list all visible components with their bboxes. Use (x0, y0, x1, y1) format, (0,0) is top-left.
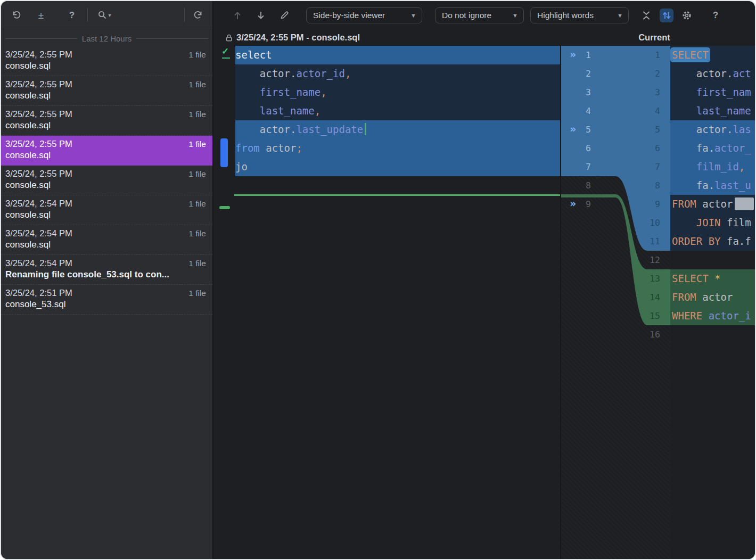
code-token: first_name (260, 86, 321, 98)
line-number-right[interactable]: 12 (639, 251, 660, 269)
sync-scrolling-icon[interactable] (660, 9, 673, 22)
code-line[interactable]: actor.actor_id, (235, 64, 560, 83)
settings-icon[interactable] (680, 9, 694, 22)
history-entry[interactable]: 3/25/24, 2:55 PM1 fileconsole.sql (1, 76, 212, 106)
entry-label: console.sql (5, 240, 206, 250)
line-number-right[interactable]: 16 (639, 325, 660, 344)
revert-icon[interactable] (191, 8, 205, 22)
code-line[interactable] (235, 195, 560, 213)
show-diff-icon[interactable]: ± (34, 8, 48, 22)
code-line[interactable]: select (235, 46, 560, 64)
history-entry[interactable]: 3/25/24, 2:54 PM1 fileconsole.sql (1, 225, 212, 255)
current-version-pane[interactable]: SELECT actor.act first_nam last_name act… (670, 46, 755, 559)
line-number-left[interactable]: 1 (561, 46, 591, 64)
history-sidebar: ± ? ▾ Last 12 Hours 3/25/24, 2:55 PM1 fi… (1, 1, 213, 559)
line-number-right[interactable]: 9 (639, 195, 660, 213)
collapse-unchanged-icon[interactable] (639, 9, 653, 22)
line-number-right[interactable]: 2 (639, 64, 660, 83)
code-line[interactable]: film_id, (670, 158, 755, 176)
code-line[interactable]: FROM actor (670, 288, 755, 307)
entry-meta-row: 3/25/24, 2:55 PM1 file (5, 169, 206, 179)
line-number-left[interactable]: 3 (561, 83, 591, 102)
lock-icon (225, 34, 233, 42)
line-number-right[interactable]: 3 (639, 83, 660, 102)
search-caret-icon: ▾ (108, 12, 111, 18)
code-line[interactable]: FROM actor (670, 195, 755, 213)
line-number-right[interactable]: 13 (639, 269, 660, 288)
next-change-icon[interactable] (254, 9, 268, 22)
code-line[interactable]: from actor; (235, 139, 560, 158)
code-token: las (733, 123, 751, 135)
line-number-right[interactable]: 10 (639, 213, 660, 232)
local-history-window: ± ? ▾ Last 12 Hours 3/25/24, 2:55 PM1 fi… (0, 0, 756, 560)
undo-icon[interactable] (10, 8, 23, 22)
caret (365, 123, 366, 135)
old-version-pane[interactable]: ✓ select actor.actor_id, first_name, las… (218, 46, 560, 559)
line-number-left[interactable]: 7 (561, 158, 591, 176)
line-number-left[interactable]: 8 (561, 176, 591, 195)
viewer-mode-dropdown[interactable]: Side-by-side viewer ▼ (306, 7, 422, 23)
entry-timestamp: 3/25/24, 2:54 PM (5, 199, 72, 209)
history-entry[interactable]: 3/25/24, 2:55 PM1 fileconsole.sql (1, 46, 212, 76)
code-token: fa.f (721, 235, 751, 247)
highlight-mode-dropdown[interactable]: Highlight words ▼ (530, 7, 629, 23)
code-line[interactable]: first_name, (235, 83, 560, 102)
diff-gutter-strip: »1234»5678»912345678910111213141516 (560, 46, 670, 559)
ignore-policy-label: Do not ignore (442, 11, 491, 20)
line-number-left[interactable]: 9 (561, 195, 591, 213)
line-number-right[interactable]: 1 (639, 46, 660, 64)
code-line[interactable]: SELECT * (670, 269, 755, 288)
code-line[interactable]: fa.actor_ (670, 139, 755, 158)
code-line[interactable]: last_name, (235, 102, 560, 120)
code-line[interactable]: jo (235, 158, 560, 176)
code-token: FROM (672, 291, 696, 303)
code-line[interactable]: ORDER BY fa.f (670, 232, 755, 251)
previous-change-icon[interactable] (231, 9, 244, 22)
code-token: * (714, 273, 720, 284)
code-line[interactable]: JOIN film (670, 213, 755, 232)
help-icon[interactable]: ? (65, 8, 79, 22)
code-line[interactable]: actor.last_update (235, 120, 560, 139)
code-line[interactable]: last_name (670, 102, 755, 120)
entry-label: console.sql (5, 150, 206, 161)
help-icon[interactable]: ? (709, 9, 722, 22)
line-number-right[interactable]: 15 (639, 307, 660, 325)
code-token: actor (696, 291, 733, 303)
right-pane-title: Current (630, 29, 679, 46)
applied-check-icon: ✓ (221, 46, 229, 57)
code-line[interactable] (670, 325, 755, 344)
entry-meta-row: 3/25/24, 2:54 PM1 file (5, 258, 206, 268)
history-entry[interactable]: 3/25/24, 2:55 PM1 fileconsole.sql (1, 166, 212, 195)
line-number-right[interactable]: 6 (639, 139, 660, 158)
line-number-left[interactable]: 5 (561, 120, 591, 139)
history-entry-list: 3/25/24, 2:55 PM1 fileconsole.sql3/25/24… (1, 46, 212, 315)
line-number-left[interactable]: 2 (561, 64, 591, 83)
history-entry[interactable]: 3/25/24, 2:55 PM1 fileconsole.sql (1, 106, 212, 136)
ignore-policy-dropdown[interactable]: Do not ignore ▼ (435, 7, 524, 23)
line-number-right[interactable]: 14 (639, 288, 660, 307)
line-number-right[interactable]: 5 (639, 120, 660, 139)
code-token: first_nam (696, 86, 751, 98)
code-line[interactable]: SELECT (670, 46, 755, 64)
code-line[interactable]: actor.act (670, 64, 755, 83)
line-number-left[interactable]: 4 (561, 102, 591, 120)
code-line[interactable] (670, 251, 755, 269)
history-entry[interactable]: 3/25/24, 2:51 PM1 fileconsole_53.sql (1, 285, 212, 315)
code-line[interactable]: WHERE actor_i (670, 307, 755, 325)
code-line[interactable]: fa.last_u (670, 176, 755, 195)
history-entry[interactable]: 3/25/24, 2:54 PM1 fileRenaming file cons… (1, 255, 212, 285)
edit-icon[interactable] (277, 9, 291, 22)
code-token: last_u (714, 179, 751, 191)
line-number-right[interactable]: 8 (639, 176, 660, 195)
code-line[interactable] (235, 176, 560, 195)
history-entry[interactable]: 3/25/24, 2:55 PM1 fileconsole.sql (1, 136, 212, 166)
line-number-left[interactable]: 6 (561, 139, 591, 158)
history-entry[interactable]: 3/25/24, 2:54 PM1 fileconsole.sql (1, 195, 212, 225)
line-number-right[interactable]: 4 (639, 102, 660, 120)
line-number-right[interactable]: 7 (639, 158, 660, 176)
code-line[interactable]: actor.las (670, 120, 755, 139)
search-icon[interactable]: ▾ (94, 8, 114, 22)
line-number-right[interactable]: 11 (639, 232, 660, 251)
code-token: act (733, 68, 751, 79)
code-line[interactable]: first_nam (670, 83, 755, 102)
